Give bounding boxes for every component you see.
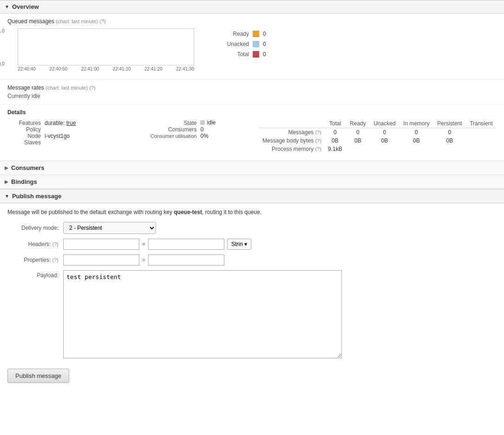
message-rates-title: Message rates (chart: last minute) (?): [7, 84, 497, 91]
publish-message-header[interactable]: ▼ Publish message: [0, 189, 504, 203]
queued-messages-title: Queued messages (chart: last minute) (?): [7, 18, 497, 25]
stats-col-unacked: Unacked: [370, 119, 399, 128]
stats-col-transient: Transient: [466, 119, 497, 128]
delivery-mode-select[interactable]: 1 - Non-persistent 2 - Persistent: [63, 222, 156, 234]
stats-col-inmemory: In memory: [399, 119, 433, 128]
stats-row-process-memory: Process memory (?) 9.1kB: [258, 145, 497, 153]
ready-swatch: [253, 31, 259, 37]
features-key: Features: [7, 119, 45, 126]
consumers-value: 0: [200, 126, 249, 133]
message-rates-section: Message rates (chart: last minute) (?) C…: [0, 80, 504, 104]
bindings-header[interactable]: ▶ Bindings: [0, 175, 504, 188]
legend-ready: Ready 0: [221, 31, 266, 37]
consumers-header[interactable]: ▶ Consumers: [0, 161, 504, 175]
publish-content: Message will be published to the default…: [0, 203, 504, 389]
durable-link[interactable]: true: [66, 120, 76, 126]
consumers-section: ▶ Consumers: [0, 161, 504, 175]
properties-label: Properties: (?): [7, 257, 63, 263]
chart-area: 1.0 0.0 22:40:40 22:40:50 22:41:00 22:41…: [7, 28, 497, 75]
node-key: Node: [7, 133, 45, 139]
overview-collapse-arrow: ▼: [5, 4, 9, 9]
properties-row: Properties: (?) =: [7, 254, 497, 266]
payload-row: Payload: test persistent: [7, 270, 497, 358]
publish-message-button[interactable]: Publish message: [7, 369, 69, 383]
delivery-mode-row: Delivery mode: 1 - Non-persistent 2 - Pe…: [7, 222, 497, 234]
chart-legend: Ready 0 Unacked 0 Total 0: [221, 28, 266, 58]
chart-x-labels: 22:40:40 22:40:50 22:41:00 22:41:10 22:4…: [18, 66, 194, 71]
overview-title: Overview: [12, 3, 39, 10]
queued-messages-section: Queued messages (chart: last minute) (?)…: [0, 13, 504, 80]
payload-label: Payload:: [7, 270, 63, 279]
publish-message-section: ▼ Publish message Message will be publis…: [0, 189, 504, 389]
delivery-mode-label: Delivery mode:: [7, 225, 63, 231]
policy-key: Policy: [7, 126, 45, 133]
details-title: Details: [7, 109, 497, 116]
headers-row: Headers: (?) = Strin ▾: [7, 239, 497, 250]
unacked-swatch: [253, 41, 259, 47]
chart-canvas: [18, 28, 194, 65]
headers-value-input[interactable]: [148, 239, 224, 250]
slaves-key: Slaves: [7, 139, 45, 146]
page: ▼ Overview Queued messages (chart: last …: [0, 0, 504, 435]
stats-col-ready: Ready: [346, 119, 370, 128]
properties-help[interactable]: (?): [52, 257, 59, 263]
consumers-arrow: ▶: [5, 165, 8, 170]
stats-table: Total Ready Unacked In memory Persistent…: [258, 119, 497, 153]
headers-equals: =: [142, 241, 145, 247]
stats-row-messages: Messages (?) 0 0 0 0 0: [258, 128, 497, 137]
chart-y-min: 0.0: [0, 61, 5, 66]
bindings-arrow: ▶: [5, 179, 8, 184]
idle-status: Currently idle: [7, 93, 497, 99]
publish-collapse-arrow: ▼: [5, 194, 9, 199]
consumers-title: Consumers: [11, 164, 45, 171]
bindings-title: Bindings: [11, 178, 37, 185]
total-swatch: [253, 51, 259, 58]
policy-value: [45, 126, 144, 133]
overview-section-header[interactable]: ▼ Overview: [0, 0, 504, 13]
stats-row-body-bytes: Message body bytes (?) 0B 0B 0B 0B 0B: [258, 136, 497, 145]
properties-value-input[interactable]: [148, 254, 224, 266]
state-key: State: [144, 119, 200, 126]
stats-col-persistent: Persistent: [433, 119, 466, 128]
legend-total: Total 0: [221, 51, 266, 58]
routing-key: queue-test: [174, 209, 202, 215]
slaves-value: [45, 139, 144, 146]
state-dot: [200, 120, 205, 125]
state-value: idle: [200, 119, 249, 126]
headers-key-input[interactable]: [63, 239, 139, 250]
properties-equals: =: [142, 257, 145, 263]
publish-description: Message will be published to the default…: [7, 209, 497, 215]
headers-help[interactable]: (?): [52, 241, 59, 247]
publish-message-title: Publish message: [12, 193, 61, 200]
consumers-key: Consumers: [144, 126, 200, 133]
legend-unacked: Unacked 0: [221, 41, 266, 47]
consumer-utilisation-key: Consumer utilisation: [144, 133, 200, 139]
consumer-utilisation-value: 0%: [200, 133, 249, 139]
details-section: Details Features durable: true State: [0, 104, 504, 161]
node-value: i-vcyst1go: [45, 133, 144, 139]
stats-col-total: Total: [324, 119, 346, 128]
bindings-section: ▶ Bindings: [0, 175, 504, 189]
payload-input[interactable]: test persistent: [63, 270, 342, 358]
features-value: durable: true: [45, 119, 144, 126]
string-type-dropdown[interactable]: Strin ▾: [227, 239, 251, 250]
headers-label: Headers: (?): [7, 241, 63, 247]
chart-y-max: 1.0: [0, 28, 5, 33]
properties-key-input[interactable]: [63, 254, 139, 266]
chart-wrapper: 1.0 0.0 22:40:40 22:40:50 22:41:00 22:41…: [7, 28, 203, 75]
